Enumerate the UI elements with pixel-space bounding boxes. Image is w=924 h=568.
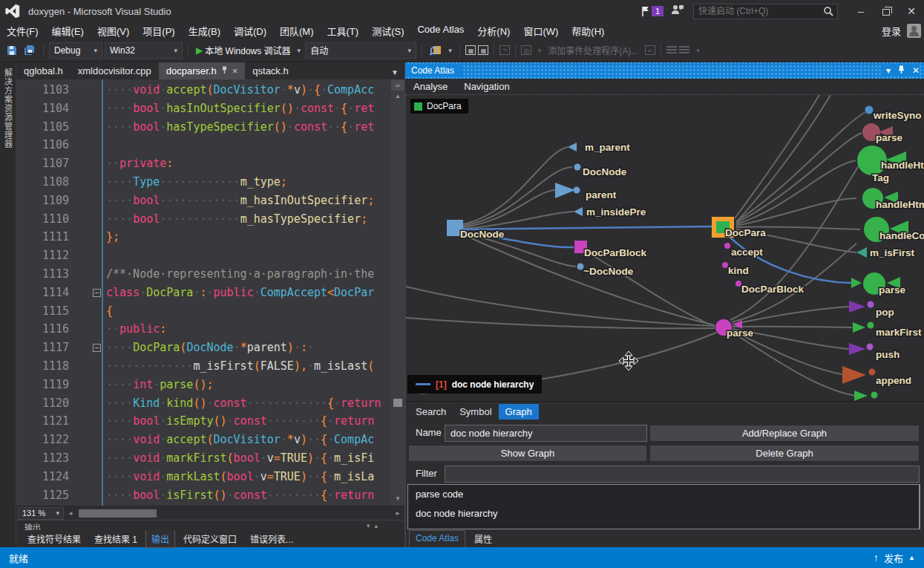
bottom-tab-输出[interactable]: 输出 (145, 529, 175, 548)
output-panel-icons[interactable]: ▾▴ (367, 522, 382, 529)
code-line-1109[interactable]: 1109····bool············m_hasInOutSpecif… (16, 192, 391, 210)
atlas-bottom-tab-属性[interactable]: 属性 (468, 530, 498, 547)
editor-tab-qglobal.h[interactable]: qglobal.h (16, 62, 71, 79)
atlas-tab-symbol[interactable]: Symbol (453, 404, 498, 420)
menu-item-11[interactable]: 窗口(W) (517, 22, 565, 39)
graph-node-parent[interactable] (555, 183, 575, 198)
menu-item-6[interactable]: 团队(M) (273, 22, 321, 39)
scroll-down-arrow[interactable]: ▼ (391, 493, 404, 504)
navigation-menu[interactable]: Navigation (456, 79, 517, 94)
graph-node-pop[interactable] (849, 301, 874, 313)
code-line-1121[interactable]: 1121····bool·isEmpty()·const········{·re… (16, 412, 391, 431)
atlas-tab-search[interactable]: Search (409, 404, 453, 420)
graph-node-markfirst[interactable] (853, 322, 874, 333)
code-line-1107[interactable]: 1107··private: (16, 154, 391, 173)
attach-to-process-alt-icon[interactable]: ▦ (478, 45, 488, 55)
graph-list[interactable]: parse codedoc node hierarchy (407, 484, 920, 529)
add-replace-graph-button[interactable]: Add/Replace Graph (649, 425, 920, 442)
pin-tab-icon[interactable] (221, 65, 228, 76)
code-line-1110[interactable]: 1110····bool············m_hasTypeSpecifi… (16, 210, 391, 229)
editor-tab-docparser.h[interactable]: docparser.h× (159, 62, 246, 79)
horizontal-scroll-thumb[interactable] (79, 509, 157, 518)
close-panel-icon[interactable]: ✕ (912, 65, 920, 76)
menu-item-10[interactable]: 分析(N) (471, 22, 517, 39)
graph-node-docnode-ctor[interactable] (574, 164, 581, 171)
platform-dropdown[interactable]: Win32▾ (105, 42, 183, 59)
graph-node-parent-dot[interactable] (574, 187, 580, 194)
code-line-1125[interactable]: 1125····bool·isFirst()·const········{·re… (16, 486, 391, 505)
code-line-1123[interactable]: 1123····void·markFirst(bool·v=TRUE)·{·m_… (16, 449, 391, 468)
graph-node-kind[interactable] (722, 262, 728, 268)
code-line-1112[interactable]: 1112 (16, 247, 391, 265)
fold-collapse-icon[interactable]: − (93, 344, 101, 352)
code-line-1118[interactable]: 1118·············m_isFirst(FALSE),·m_isL… (16, 357, 391, 376)
code-line-1108[interactable]: 1108····Type············m_type; (16, 173, 391, 192)
graph-list-item[interactable]: parse code (408, 485, 919, 504)
menu-item-5[interactable]: 调试(D) (227, 22, 273, 39)
menu-item-4[interactable]: 生成(B) (182, 22, 227, 39)
tab-list-dropdown-icon[interactable]: ▼ (391, 68, 399, 76)
pin-icon[interactable] (898, 65, 905, 76)
show-graph-button[interactable]: Show Graph (408, 445, 647, 462)
quick-launch-input[interactable] (694, 6, 823, 16)
menu-item-0[interactable]: 文件(F) (0, 22, 45, 39)
find-in-files-button[interactable]: ▾ (427, 43, 454, 57)
mode-dropdown[interactable]: 自动▾ (305, 42, 416, 59)
menu-item-3[interactable]: 项目(P) (136, 22, 181, 39)
scroll-right-arrow[interactable]: ► (395, 510, 401, 517)
graph-node-accept[interactable] (724, 243, 730, 249)
code-line-1122[interactable]: 1122····void·accept(DocVisitor·*v)··{·Co… (16, 431, 391, 449)
publish-caret-icon[interactable]: ▲ (908, 554, 915, 561)
editor-tab-qstack.h[interactable]: qstack.h (245, 62, 295, 79)
graph-node-docparblock2[interactable] (735, 281, 741, 287)
graph-node-append[interactable] (842, 366, 876, 384)
vertical-scroll-thumb[interactable] (393, 399, 402, 407)
code-line-1116[interactable]: 1116··public: (16, 320, 391, 339)
graph-node-m-parent[interactable] (568, 143, 577, 151)
menu-item-9[interactable]: Code Atlas (410, 22, 471, 39)
solution-config-dropdown[interactable]: Debug▾ (49, 42, 102, 59)
code-line-1111[interactable]: 1111}; (16, 228, 391, 247)
code-line-1120[interactable]: 1120····Kind·kind()·const············{·r… (16, 394, 391, 413)
scroll-up-arrow[interactable]: ▲ (391, 91, 404, 102)
atlas-bottom-tab-Code Atlas[interactable]: Code Atlas (409, 530, 465, 547)
bottom-tab-查找符号结果[interactable]: 查找符号结果 (22, 530, 86, 547)
menu-item-2[interactable]: 视图(V) (91, 22, 136, 39)
menu-item-12[interactable]: 帮助(H) (565, 22, 611, 39)
save-all-button[interactable] (22, 43, 38, 57)
graph-node-m-insidepre[interactable] (574, 207, 583, 216)
code-line-1119[interactable]: 1119····int·parse(); (16, 376, 391, 394)
code-editor[interactable]: 1103····void·accept(DocVisitor·*v)·{·Com… (16, 79, 404, 506)
attach-to-process-icon[interactable]: ▦ (465, 45, 476, 55)
bottom-tab-查找结果 1[interactable]: 查找结果 1 (89, 530, 142, 547)
code-line-1124[interactable]: 1124····void·markLast(bool·v=TRUE)··{·m_… (16, 468, 391, 486)
menu-item-1[interactable]: 编辑(E) (45, 22, 91, 39)
code-atlas-title-bar[interactable]: Code Atlas ▾ ✕ (405, 62, 924, 79)
menu-item-8[interactable]: 测试(S) (365, 22, 410, 39)
minimize-button[interactable]: – (848, 1, 874, 21)
delete-graph-button[interactable]: Delete Graph (649, 445, 920, 462)
code-line-1115[interactable]: 1115{ (16, 302, 391, 321)
bottom-tab-错误列表...[interactable]: 错误列表... (245, 530, 298, 547)
code-line-1105[interactable]: 1105····bool·hasTypeSpecifier()·const··{… (16, 118, 391, 137)
atlas-tab-graph[interactable]: Graph (499, 404, 539, 420)
save-button[interactable] (4, 44, 19, 57)
code-line-1106[interactable]: 1106 (16, 136, 391, 154)
horizontal-scrollbar[interactable]: ◄ ► (66, 507, 402, 520)
filter-input[interactable] (445, 466, 920, 483)
collapsed-solution-explorer-tab[interactable]: 解决方案资源管理器 (0, 62, 16, 547)
graph-canvas[interactable]: DocPara [1] doc node hierarchy (405, 95, 924, 401)
graph-node-writesyno[interactable] (865, 106, 874, 114)
analyse-menu[interactable]: Analyse (405, 79, 456, 94)
splitter-handle[interactable]: ═ (391, 79, 404, 91)
graph-list-item[interactable]: doc node hierarchy (408, 504, 919, 523)
window-position-icon[interactable]: ▾ (886, 65, 891, 76)
editor-tab-xmldocvisitor.cpp[interactable]: xmldocvisitor.cpp (71, 62, 159, 79)
restore-button[interactable] (874, 1, 899, 21)
code-line-1114[interactable]: 1114−class·DocPara·:·public·CompAccept<D… (16, 284, 391, 302)
zoom-dropdown[interactable]: 131 %▾ (18, 507, 64, 520)
graph-node-partial-bottom[interactable] (854, 391, 878, 401)
bottom-tab-代码定义窗口[interactable]: 代码定义窗口 (178, 530, 242, 547)
code-line-1103[interactable]: 1103····void·accept(DocVisitor·*v)·{·Com… (16, 81, 391, 99)
code-line-1113[interactable]: 1113/**·Node·representing·a·paragraph·in… (16, 265, 391, 284)
